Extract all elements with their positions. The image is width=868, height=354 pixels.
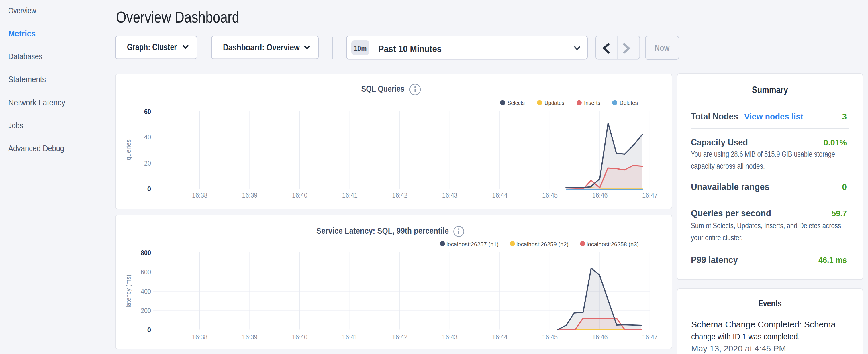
svg-text:queries: queries bbox=[124, 139, 132, 160]
svg-text:Databases: Databases bbox=[8, 52, 42, 61]
svg-text:your entire cluster.: your entire cluster. bbox=[691, 233, 743, 242]
svg-text:change with ID 1 was completed: change with ID 1 was completed. bbox=[691, 332, 800, 341]
svg-text:16:42: 16:42 bbox=[392, 191, 407, 199]
svg-text:Sum of Selects, Updates, Inser: Sum of Selects, Updates, Inserts, and De… bbox=[691, 221, 841, 230]
svg-text:Service Latency: SQL, 99th per: Service Latency: SQL, 99th percentile bbox=[316, 226, 449, 235]
svg-text:You are using 28.6 MiB of 515.: You are using 28.6 MiB of 515.9 GiB usab… bbox=[691, 150, 835, 158]
svg-text:16:38: 16:38 bbox=[192, 333, 208, 341]
svg-text:Summary: Summary bbox=[752, 85, 788, 95]
svg-text:200: 200 bbox=[141, 307, 151, 315]
svg-text:59.7: 59.7 bbox=[832, 208, 847, 218]
svg-text:16:40: 16:40 bbox=[292, 333, 308, 341]
svg-text:Dashboard: Overview: Dashboard: Overview bbox=[223, 42, 300, 53]
svg-text:Updates: Updates bbox=[545, 99, 564, 106]
svg-text:0: 0 bbox=[147, 185, 151, 193]
svg-text:10m: 10m bbox=[354, 44, 367, 53]
svg-text:0.01%: 0.01% bbox=[824, 138, 847, 147]
svg-text:16:41: 16:41 bbox=[342, 191, 358, 199]
svg-text:16:44: 16:44 bbox=[492, 333, 507, 341]
svg-text:Schema Change Completed: Schem: Schema Change Completed: Schema bbox=[691, 320, 836, 329]
svg-text:16:47: 16:47 bbox=[642, 191, 658, 199]
svg-text:latency (ms): latency (ms) bbox=[124, 275, 132, 308]
svg-text:600: 600 bbox=[141, 268, 151, 276]
svg-text:Queries per second: Queries per second bbox=[691, 208, 771, 218]
svg-text:Past 10 Minutes: Past 10 Minutes bbox=[378, 43, 442, 54]
svg-text:Unavailable ranges: Unavailable ranges bbox=[691, 182, 769, 192]
svg-text:16:46: 16:46 bbox=[592, 191, 608, 199]
svg-text:Events: Events bbox=[758, 298, 782, 309]
svg-text:16:41: 16:41 bbox=[342, 333, 358, 341]
svg-text:Network Latency: Network Latency bbox=[8, 98, 65, 107]
svg-text:16:46: 16:46 bbox=[592, 333, 608, 341]
svg-text:16:39: 16:39 bbox=[242, 333, 258, 341]
svg-text:Total Nodes: Total Nodes bbox=[691, 111, 738, 122]
svg-text:Overview: Overview bbox=[8, 6, 36, 15]
svg-text:Metrics: Metrics bbox=[8, 29, 35, 38]
svg-text:Inserts: Inserts bbox=[584, 99, 600, 106]
svg-text:0: 0 bbox=[147, 326, 151, 334]
svg-text:16:43: 16:43 bbox=[442, 333, 458, 341]
svg-text:16:40: 16:40 bbox=[292, 191, 308, 199]
svg-text:0: 0 bbox=[842, 182, 847, 192]
svg-text:46.1 ms: 46.1 ms bbox=[818, 255, 847, 265]
svg-text:Selects: Selects bbox=[507, 99, 525, 106]
svg-text:20: 20 bbox=[144, 159, 151, 167]
svg-text:Graph: Cluster: Graph: Cluster bbox=[127, 42, 177, 52]
svg-text:16:39: 16:39 bbox=[242, 191, 258, 199]
svg-text:localhost:26259 (n2): localhost:26259 (n2) bbox=[517, 241, 568, 248]
svg-text:Jobs: Jobs bbox=[8, 121, 23, 130]
svg-text:16:38: 16:38 bbox=[192, 191, 208, 199]
svg-text:3: 3 bbox=[842, 112, 847, 121]
svg-text:SQL Queries: SQL Queries bbox=[361, 84, 405, 93]
svg-text:16:42: 16:42 bbox=[392, 333, 407, 341]
svg-text:16:44: 16:44 bbox=[492, 191, 507, 199]
svg-text:Now: Now bbox=[655, 43, 670, 53]
svg-text:View nodes list: View nodes list bbox=[744, 112, 803, 121]
svg-text:May 13, 2020 at 4:45 PM: May 13, 2020 at 4:45 PM bbox=[691, 344, 786, 353]
svg-text:Advanced Debug: Advanced Debug bbox=[8, 143, 64, 153]
svg-text:localhost:26258 (n3): localhost:26258 (n3) bbox=[587, 241, 639, 248]
svg-text:Capacity Used: Capacity Used bbox=[691, 137, 748, 148]
svg-text:16:45: 16:45 bbox=[542, 333, 558, 341]
svg-text:60: 60 bbox=[144, 108, 151, 116]
svg-text:Deletes: Deletes bbox=[620, 99, 638, 106]
svg-text:localhost:26257 (n1): localhost:26257 (n1) bbox=[446, 241, 499, 248]
svg-text:Overview Dashboard: Overview Dashboard bbox=[116, 8, 239, 26]
svg-text:16:43: 16:43 bbox=[442, 191, 458, 199]
svg-text:40: 40 bbox=[144, 133, 151, 141]
svg-text:Statements: Statements bbox=[8, 74, 46, 84]
svg-text:16:45: 16:45 bbox=[542, 191, 558, 199]
svg-text:400: 400 bbox=[141, 288, 151, 295]
svg-text:capacity across all nodes.: capacity across all nodes. bbox=[691, 162, 765, 170]
svg-text:800: 800 bbox=[141, 249, 151, 257]
svg-text:16:47: 16:47 bbox=[642, 333, 658, 341]
svg-text:P99 latency: P99 latency bbox=[691, 255, 738, 265]
